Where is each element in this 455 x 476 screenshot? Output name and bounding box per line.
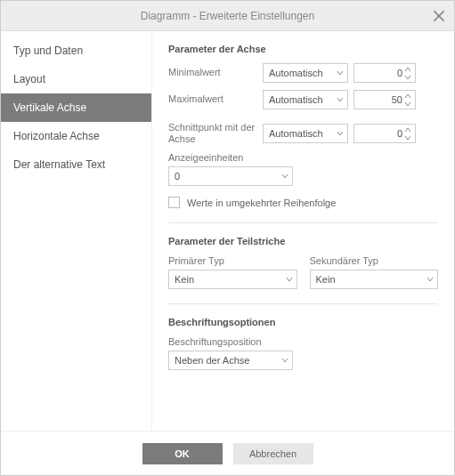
spinner-up-icon[interactable] [404,66,413,73]
reverse-order-label: Werte in umgekehrter Reihenfolge [187,198,336,208]
secondary-type-select[interactable]: Kein [310,270,439,289]
sidebar-item-label: Vertikale Achse [13,101,86,114]
chevron-down-icon [337,69,344,77]
sidebar-item-label: Layout [13,73,45,85]
spinner-up-icon[interactable] [404,126,413,133]
min-value-row: Minimalwert Automatisch [168,63,438,83]
tick-types-row: Primärer Typ Kein Sekundärer Typ Kein [168,255,438,289]
ok-button[interactable]: OK [142,443,223,464]
label-options-title: Beschriftungsoptionen [168,317,438,327]
max-value-label: Maximalwert [168,93,257,105]
max-value-spinner[interactable] [353,90,416,109]
select-value: Automatisch [269,128,323,139]
chevron-down-icon [286,276,293,283]
select-value: Neben der Achse [175,355,249,366]
select-value: Automatisch [269,94,323,105]
dialog-body: Typ und Daten Layout Vertikale Achse Hor… [1,31,454,431]
cross-row: Schnittpunkt mit der Achse Automatisch [168,122,438,145]
sidebar-item-type-data[interactable]: Typ und Daten [1,36,151,65]
reverse-order-row: Werte in umgekehrter Reihenfolge [168,197,438,208]
divider [168,303,438,304]
sidebar-item-label: Horizontale Achse [13,130,100,142]
select-value: Kein [175,274,194,285]
title-bar: Diagramm - Erweiterte Einstellungen [1,1,454,31]
spinner-down-icon[interactable] [404,134,413,141]
sidebar: Typ und Daten Layout Vertikale Achse Hor… [1,31,152,431]
close-icon[interactable] [433,10,445,22]
reverse-order-checkbox[interactable] [168,197,180,208]
cancel-button[interactable]: Abbrechen [233,443,313,464]
tick-params-title: Parameter der Teilstriche [168,236,438,246]
label-position-select[interactable]: Neben der Achse [168,351,293,370]
sidebar-item-label: Der alternative Text [13,158,105,171]
dialog-footer: OK Abbrechen [1,431,454,475]
display-units-block: Anzeigeeinheiten 0 [168,152,438,186]
min-value-label: Minimalwert [168,67,257,78]
sidebar-item-horizontal-axis[interactable]: Horizontale Achse [1,122,151,150]
sidebar-item-layout[interactable]: Layout [1,65,151,93]
button-label: Abbrechen [249,448,297,459]
button-label: OK [175,448,190,459]
cross-label: Schnittpunkt mit der Achse [168,122,257,145]
select-value: Kein [316,274,336,285]
content-panel: Parameter der Achse Minimalwert Automati… [152,31,454,431]
chevron-down-icon [281,357,288,364]
sidebar-item-alt-text[interactable]: Der alternative Text [1,150,151,179]
min-value-spinner[interactable] [353,63,416,83]
chevron-down-icon [337,96,344,103]
divider [168,222,438,223]
sidebar-item-label: Typ und Daten [13,44,83,57]
label-position-label: Beschriftungsposition [168,336,438,347]
max-value-row: Maximalwert Automatisch [168,90,438,109]
select-value: 0 [175,171,180,182]
chevron-down-icon [427,276,434,283]
spinner-down-icon[interactable] [404,101,413,108]
cross-mode-select[interactable]: Automatisch [263,124,348,143]
secondary-type-label: Sekundärer Typ [310,255,439,266]
label-position-block: Beschriftungsposition Neben der Achse [168,336,438,370]
axis-params-title: Parameter der Achse [168,44,438,54]
spinner-down-icon[interactable] [404,74,413,81]
primary-type-label: Primärer Typ [168,255,297,266]
display-units-select[interactable]: 0 [168,166,293,186]
select-value: Automatisch [269,68,323,78]
display-units-label: Anzeigeeinheiten [168,152,438,163]
chevron-down-icon [337,130,344,137]
cross-value-spinner[interactable] [353,124,416,143]
max-mode-select[interactable]: Automatisch [263,90,348,109]
spinner-up-icon[interactable] [404,93,413,100]
dialog: Diagramm - Erweiterte Einstellungen Typ … [0,0,455,476]
chevron-down-icon [281,173,288,180]
min-mode-select[interactable]: Automatisch [263,63,348,83]
primary-type-select[interactable]: Kein [168,270,297,289]
dialog-title: Diagramm - Erweiterte Einstellungen [141,10,314,22]
sidebar-item-vertical-axis[interactable]: Vertikale Achse [1,93,151,122]
